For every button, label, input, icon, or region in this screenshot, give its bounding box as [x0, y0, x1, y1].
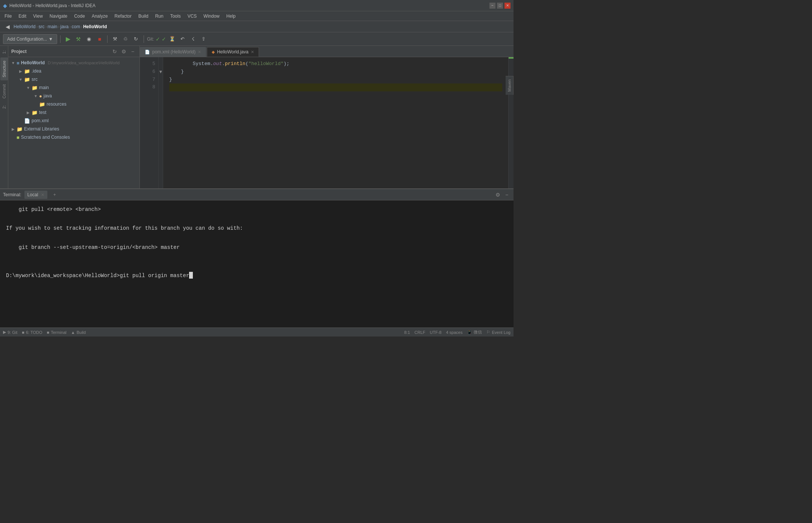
tree-item-scratches[interactable]: ■ Scratches and Consoles — [8, 133, 139, 141]
encoding-label: UTF-8 — [430, 330, 441, 335]
tree-label-resources: resources — [47, 102, 67, 107]
maven-side-tab[interactable]: Maven — [506, 76, 514, 95]
tab-pom-close[interactable]: ✕ — [198, 50, 201, 55]
side-tab-commit[interactable]: Commit — [0, 81, 8, 102]
menu-refactor[interactable]: Refactor — [112, 13, 135, 20]
panel-minimize-button[interactable]: − — [129, 48, 136, 55]
status-event-log[interactable]: ⚐ Event Log — [486, 330, 511, 335]
tree-item-main[interactable]: ▼ 📁 main — [8, 83, 139, 92]
git-label: Git: — [147, 36, 154, 42]
toolbar-separator-3 — [144, 35, 144, 43]
tab-java-label: HelloWorld.java — [217, 49, 248, 55]
side-tab-2[interactable]: 2: — [0, 102, 8, 112]
terminal-settings-button[interactable]: ⚙ — [494, 191, 501, 199]
folder-icon-main: 📁 — [32, 85, 38, 91]
tab-pom-xml[interactable]: 📄 pom.xml (HelloWorld) ✕ — [140, 47, 206, 57]
breadcrumb-classname[interactable]: HelloWorld — [83, 24, 107, 29]
tree-item-src[interactable]: ▼ 📁 src — [8, 75, 139, 83]
status-left: ▶ 9: Git ■ 6: TODO ■ Terminal ▲ Build — [3, 330, 86, 335]
menu-run[interactable]: Run — [152, 13, 167, 20]
gutter-fold-7 — [159, 76, 163, 84]
terminal-tab-add[interactable]: + — [50, 191, 59, 199]
breadcrumb-com[interactable]: com — [72, 24, 80, 29]
tree-arrow-src: ▼ — [19, 77, 23, 82]
menu-tools[interactable]: Tools — [167, 13, 184, 20]
minimize-button[interactable]: − — [489, 3, 495, 9]
status-build[interactable]: ▲ Build — [71, 330, 86, 335]
coverage-button[interactable]: ◉ — [85, 35, 94, 44]
menu-help[interactable]: Help — [223, 13, 239, 20]
status-wechat[interactable]: 📱 微信 — [467, 329, 482, 335]
code-content[interactable]: System.out.println("helloWorld"); } } — [163, 57, 508, 188]
git-push-button[interactable]: ⇧ — [199, 35, 208, 44]
breadcrumb-main[interactable]: main — [47, 24, 57, 29]
git-status-icon: ▶ — [3, 330, 6, 335]
xml-icon-tab: 📄 — [145, 50, 150, 55]
tree-item-external-libs[interactable]: ▶ 📁 External Libraries — [8, 125, 139, 133]
side-tab-structure[interactable]: Structure — [0, 58, 8, 80]
breadcrumb-sep-4: › — [70, 24, 71, 29]
history-button[interactable]: ♲ — [121, 35, 130, 44]
tree-item-helloworld[interactable]: ▼ ■ HelloWorld D:\mywork\idea_workspace\… — [8, 59, 139, 67]
menu-code[interactable]: Code — [71, 13, 88, 20]
status-todo[interactable]: ■ 6: TODO — [22, 330, 42, 335]
title-bar-controls: − □ ✕ — [489, 3, 511, 9]
tree-item-java[interactable]: ▼ ● java — [8, 92, 139, 100]
breadcrumb-src[interactable]: src — [38, 24, 44, 29]
menu-view[interactable]: View — [30, 13, 46, 20]
status-terminal[interactable]: ■ Terminal — [47, 330, 67, 335]
tree-item-resources[interactable]: 📁 resources — [8, 100, 139, 108]
tree-item-idea[interactable]: ▶ 📁 .idea — [8, 67, 139, 75]
status-position[interactable]: 8:1 — [404, 330, 410, 335]
menu-window[interactable]: Window — [200, 13, 223, 20]
menu-edit[interactable]: Edit — [15, 13, 29, 20]
terminal-label: Terminal: — [3, 192, 21, 197]
git-rollback-button[interactable]: ↶ — [178, 35, 187, 44]
menu-analyze[interactable]: Analyze — [89, 13, 111, 20]
build-project-button[interactable]: ⚒ — [111, 35, 120, 44]
status-git[interactable]: ▶ 9: Git — [3, 330, 17, 335]
toolbar-separator-1 — [60, 35, 61, 43]
tree-arrow-helloworld: ▼ — [11, 61, 15, 65]
project-tree: ▼ ■ HelloWorld D:\mywork\idea_workspace\… — [8, 57, 139, 188]
terminal-tab-add-label: + — [53, 192, 56, 197]
nav-back-button[interactable]: ◀ — [3, 22, 12, 31]
git-fetch-button[interactable]: ⏳ — [168, 35, 177, 44]
panel-settings-button[interactable]: ⚙ — [120, 48, 127, 55]
menu-build[interactable]: Build — [135, 13, 151, 20]
breadcrumb-java[interactable]: java — [60, 24, 68, 29]
tree-item-test[interactable]: ▶ 📁 test — [8, 108, 139, 117]
build-status-icon: ▲ — [71, 330, 75, 335]
panel-sync-button[interactable]: ↻ — [111, 48, 118, 55]
code-line-5: System.out.println("helloWorld"); — [169, 60, 502, 68]
tab-helloworld-java[interactable]: ◆ HelloWorld.java ✕ — [207, 47, 259, 57]
side-tab-1[interactable]: 1: — [0, 47, 8, 57]
terminal-tab-local-close[interactable]: ✕ — [41, 193, 44, 197]
menu-navigate[interactable]: Navigate — [47, 13, 70, 20]
gutter-fold-6[interactable]: ▼ — [159, 68, 163, 76]
status-encoding[interactable]: UTF-8 — [430, 330, 441, 335]
terminal-content[interactable]: git pull <remote> <branch> If you wish t… — [0, 200, 514, 327]
status-crlf[interactable]: CRLF — [415, 330, 426, 335]
stop-button[interactable]: ■ — [95, 35, 104, 44]
run-button[interactable]: ▶ — [64, 35, 73, 44]
bottom-tabs-left: Terminal: Local ✕ + — [3, 191, 59, 199]
terminal-minimize-button[interactable]: − — [503, 191, 511, 199]
tab-java-close[interactable]: ✕ — [251, 50, 254, 55]
editor-tabs: 📄 pom.xml (HelloWorld) ✕ ◆ HelloWorld.ja… — [140, 46, 514, 57]
close-button[interactable]: ✕ — [504, 3, 511, 9]
tree-label-src: src — [32, 77, 38, 82]
breadcrumb-helloworld[interactable]: HelloWorld — [14, 24, 35, 29]
terminal-line-4 — [6, 233, 508, 243]
terminal-tab-local[interactable]: Local ✕ — [24, 191, 47, 199]
menu-vcs[interactable]: VCS — [185, 13, 200, 20]
maximize-button[interactable]: □ — [497, 3, 503, 9]
tree-item-pom[interactable]: 📄 pom.xml — [8, 117, 139, 125]
status-indent[interactable]: 4 spaces — [446, 330, 462, 335]
crlf-label: CRLF — [415, 330, 426, 335]
add-configuration-button[interactable]: Add Configuration... ▼ — [3, 34, 57, 44]
debug-button[interactable]: ⚒ — [74, 35, 83, 44]
git-branches-button[interactable]: ☇ — [189, 35, 198, 44]
menu-file[interactable]: File — [2, 13, 15, 20]
revert-button[interactable]: ↻ — [132, 35, 141, 44]
